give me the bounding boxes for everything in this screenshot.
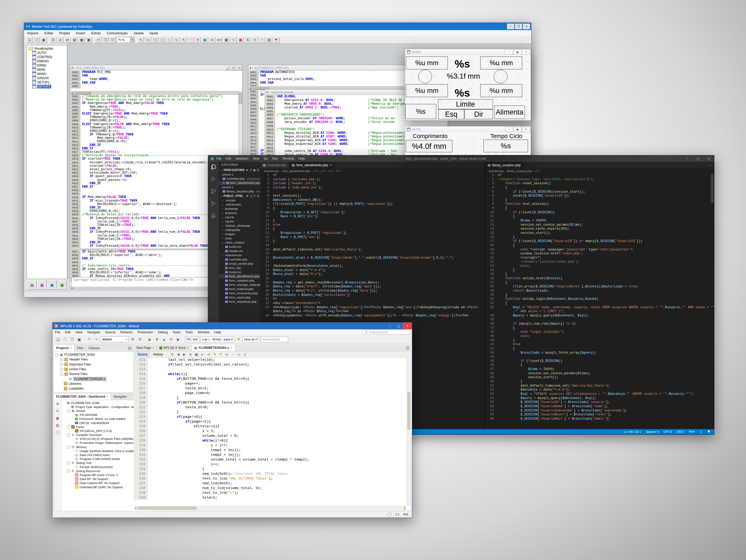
project-tree-item[interactable]: +Linker Files xyxy=(54,367,133,371)
project-tree-item[interactable]: -Source Files xyxy=(54,371,133,376)
close-button[interactable]: ✕ xyxy=(704,156,714,162)
file-tree-item[interactable]: form_novasenha.php xyxy=(219,291,260,295)
build-icon[interactable]: ⚒ xyxy=(130,336,136,342)
alimenta-button[interactable]: Alimenta xyxy=(494,106,525,119)
zoom-select[interactable]: 75 %▼ xyxy=(116,37,135,43)
refresh-icon[interactable]: ⟳ xyxy=(253,195,255,197)
menu-refactor[interactable]: Refactor xyxy=(118,330,135,334)
file-tree-item[interactable]: ⌄manutencao xyxy=(219,253,260,257)
esq-button[interactable]: Esq xyxy=(438,109,464,119)
project-tree-item[interactable]: Loadables xyxy=(54,386,133,391)
file-tree-item[interactable]: ›carv.tk xyxy=(219,215,260,219)
visualization-icon[interactable]: ▣ xyxy=(202,37,208,43)
breadcrumb-item[interactable]: ⊘ ? xyxy=(313,169,318,173)
tree-item-auto[interactable]: AUTO xyxy=(27,51,67,55)
library-icon[interactable]: ▩ xyxy=(86,37,92,43)
restore-button[interactable]: ▣ xyxy=(514,127,521,132)
run-debug-icon[interactable] xyxy=(210,200,217,207)
tree-item-manu[interactable]: MANU xyxy=(27,72,67,76)
minimize-button[interactable]: ─ xyxy=(682,156,693,162)
limite-button[interactable]: Limite xyxy=(438,99,493,109)
menu-comunicação[interactable]: Comunicação xyxy=(104,31,131,35)
open-file-icon[interactable]: ❐ xyxy=(69,336,75,342)
save-all-icon[interactable]: ▣ xyxy=(253,169,255,171)
source-control-icon[interactable] xyxy=(210,188,217,195)
position-display-top-right[interactable]: %u mm xyxy=(480,56,522,69)
maximize-button[interactable]: ❐ xyxy=(515,24,522,29)
project-tree-item[interactable]: +Important Files xyxy=(54,362,133,367)
file-tree-item[interactable]: footer.inc xyxy=(219,245,260,249)
breadcrumb-item[interactable]: manutencao xyxy=(489,169,504,173)
explorer-icon[interactable] xyxy=(210,164,217,170)
search-icon[interactable] xyxy=(210,176,217,183)
menu-help[interactable]: Help xyxy=(296,157,307,161)
editor-tab-MPLAB-X-Store[interactable]: MPLAB X Store × xyxy=(157,345,192,351)
open-editor-item[interactable]: ✕form_atendimento.phpmanute... xyxy=(219,181,260,185)
status-item[interactable]: UTF-8 xyxy=(663,430,671,433)
file-tree-item[interactable]: form_atendimento.php xyxy=(219,274,260,278)
close-button[interactable]: ✕ xyxy=(403,323,412,329)
horizontal-scrollbar[interactable]: ❮ xyxy=(70,91,242,95)
file-tree-item[interactable]: header.inc xyxy=(219,249,260,253)
next-bookmark-icon[interactable]: ↱ xyxy=(218,352,223,357)
new-file-icon[interactable]: ❏ xyxy=(26,37,33,43)
file-tree-item[interactable]: form_cadastro.php xyxy=(219,278,260,283)
menu-edit[interactable]: Edit xyxy=(224,157,233,161)
restore-button[interactable]: ▣ xyxy=(514,50,521,55)
close-button[interactable]: ✕ xyxy=(523,24,530,29)
file-tree-item[interactable]: form_requisicao.php xyxy=(219,300,260,304)
wmf-icon[interactable]: WMF xyxy=(216,37,223,43)
tab-dashboard[interactable]: FLOWMETER_628A - Dashboard × xyxy=(54,393,111,400)
pou-editor-icon[interactable]: ☰ xyxy=(50,37,56,43)
breadcrumb-item[interactable]: library_usuarios.php xyxy=(507,169,532,173)
file-tree-item[interactable]: form_material.php xyxy=(219,287,260,291)
keyword-input[interactable]: (Keyword(s)) xyxy=(261,337,288,342)
refresh-debug-icon[interactable]: ⟳ xyxy=(168,336,174,342)
open-project-icon[interactable]: ❐ xyxy=(62,336,68,342)
record-macro-icon[interactable]: ● xyxy=(224,352,229,357)
public-html-section[interactable]: ⌄PUBLIC_HTML ✚ ❏ ⟳ ⊟ xyxy=(219,193,260,198)
curve-icon[interactable]: ✎ xyxy=(180,37,187,43)
minimize-button[interactable]: ─ xyxy=(505,127,513,132)
ruler-icon[interactable]: ≡ xyxy=(252,37,258,43)
resources-tab[interactable]: ▩ xyxy=(57,280,67,290)
vertical-scrollbar[interactable] xyxy=(711,174,714,203)
file-tree-item[interactable]: ⌄index_content xyxy=(219,241,260,245)
shift-left-icon[interactable]: ⇤ xyxy=(200,352,205,357)
breadcrumb-item[interactable]: ⊘ ? xyxy=(336,169,341,173)
file-tree-item[interactable]: ›criptografia xyxy=(219,228,260,232)
new-untitled-file-icon[interactable]: ✚ xyxy=(246,169,248,171)
menu-view[interactable]: View xyxy=(251,157,261,161)
extensions-icon[interactable] xyxy=(210,213,217,219)
grid-icon[interactable]: ▦ xyxy=(237,37,244,43)
read-device-icon[interactable]: ▲ xyxy=(161,336,167,342)
minimize-button[interactable]: ─ xyxy=(385,323,394,329)
notification-circle-icon[interactable] xyxy=(388,512,392,516)
find-selection-icon[interactable]: ▩ xyxy=(194,352,199,357)
new-folder-icon[interactable]: ❏ xyxy=(250,195,252,197)
dir-button[interactable]: Dir xyxy=(464,109,493,119)
menu-janela[interactable]: Janela xyxy=(131,31,146,35)
tab-projects[interactable]: Projects × xyxy=(54,345,75,351)
ellipse-icon[interactable]: ◯ xyxy=(159,37,166,43)
tab-classes[interactable]: Classes xyxy=(86,345,103,351)
minimize-button[interactable]: ─ xyxy=(505,50,513,55)
file-tree-item[interactable]: ›chamar_whatsapp xyxy=(219,224,260,228)
close-button[interactable]: ✕ xyxy=(236,66,241,70)
menu-selection[interactable]: Selection xyxy=(233,157,251,161)
breadcrumb-item[interactable]: ⊘ ? xyxy=(328,169,333,173)
table-icon[interactable]: ▦ xyxy=(223,37,230,43)
horizontal-scrollbar[interactable]: ❮❯ xyxy=(134,506,407,510)
new-file-icon[interactable]: ❏ xyxy=(55,336,61,342)
settings-gear-icon[interactable]: ⚙ xyxy=(56,402,59,406)
tab-navigator[interactable]: Navigator xyxy=(111,393,130,400)
tab-library-usuarios[interactable]: library_usuarios.php xyxy=(485,162,523,169)
position-display-mid-left[interactable]: %u mm xyxy=(406,84,448,97)
status-item[interactable]: Spaces: 4 xyxy=(646,430,659,433)
file-tree-item[interactable]: ›.vscode xyxy=(219,198,260,202)
more-actions-icon[interactable]: ⋯ xyxy=(707,162,714,169)
breadcrumb-item[interactable]: ⊘ ? xyxy=(321,169,325,173)
new-file-icon[interactable]: ✚ xyxy=(246,195,248,197)
project-tree-item[interactable]: ▤FLOWMETER628A.c xyxy=(54,376,133,381)
source-view-button[interactable]: Source xyxy=(135,352,150,357)
